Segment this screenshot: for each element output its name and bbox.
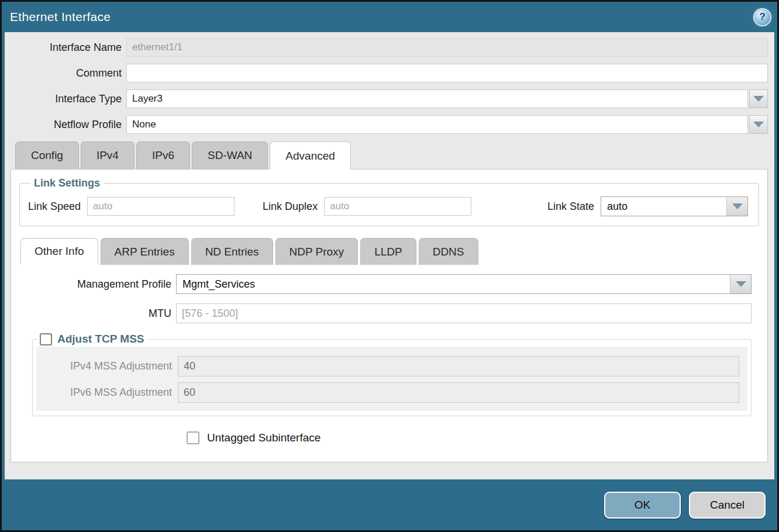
tab-label: LLDP — [374, 246, 402, 258]
chevron-down-icon — [736, 281, 746, 287]
tab-ipv4[interactable]: IPv4 — [81, 141, 135, 169]
netflow-profile-label: Netflow Profile — [11, 119, 122, 131]
comment-label: Comment — [11, 67, 122, 80]
untagged-subinterface-row: Untagged Subinterface — [187, 431, 759, 444]
interface-type-label: Interface Type — [11, 93, 122, 105]
main-tabs: Config IPv4 IPv6 SD-WAN Advanced — [11, 141, 768, 170]
link-settings-group: Link Settings Link Speed Link Duplex Lin… — [19, 177, 759, 226]
tab-sdwan[interactable]: SD-WAN — [192, 141, 268, 169]
tab-label: DDNS — [433, 246, 464, 258]
tab-lldp[interactable]: LLDP — [360, 238, 416, 265]
management-profile-dropdown[interactable] — [176, 274, 752, 294]
mtu-label: MTU — [19, 308, 171, 320]
link-speed-label: Link Speed — [28, 201, 81, 213]
tab-label: IPv4 — [96, 149, 119, 162]
adjust-tcp-mss-legend: Adjust TCP MSS — [37, 333, 147, 346]
interface-name-label: Interface Name — [11, 42, 122, 54]
management-profile-dropdown-button[interactable] — [730, 275, 751, 293]
link-duplex-input[interactable] — [324, 197, 471, 216]
management-profile-value[interactable] — [177, 275, 730, 293]
interface-type-dropdown-button[interactable] — [749, 89, 768, 108]
netflow-profile-dropdown-button[interactable] — [749, 115, 768, 134]
interface-name-row: Interface Name — [11, 38, 768, 57]
untagged-subinterface-label: Untagged Subinterface — [207, 431, 320, 444]
management-profile-label: Management Profile — [19, 278, 171, 291]
chevron-down-icon — [753, 96, 764, 102]
chevron-down-icon — [753, 122, 764, 127]
link-settings-legend: Link Settings — [30, 177, 104, 189]
netflow-profile-dropdown[interactable] — [126, 115, 768, 134]
tab-label: Config — [31, 149, 63, 162]
tab-ddns[interactable]: DDNS — [419, 238, 478, 265]
link-settings-row: Link Speed Link Duplex Link State — [28, 196, 750, 216]
ipv6-mss-input — [178, 382, 739, 403]
link-duplex-label: Link Duplex — [263, 201, 318, 213]
ipv6-mss-label: IPv6 MSS Adjustment — [36, 386, 172, 399]
untagged-subinterface-checkbox[interactable] — [187, 431, 199, 444]
interface-type-dropdown[interactable] — [126, 89, 768, 108]
tab-label: ND Entries — [205, 246, 259, 258]
help-icon[interactable]: ? — [754, 9, 770, 25]
link-speed-group: Link Speed — [28, 197, 235, 216]
ipv4-mss-row: IPv4 MSS Adjustment — [36, 356, 739, 376]
link-state-dropdown-button[interactable] — [726, 197, 747, 216]
interface-type-row: Interface Type — [11, 89, 768, 108]
tab-nd-entries[interactable]: ND Entries — [191, 238, 273, 265]
interface-type-value[interactable] — [126, 89, 748, 108]
interface-name-input — [126, 38, 768, 57]
tab-ipv6[interactable]: IPv6 — [136, 141, 190, 169]
ipv4-mss-label: IPv4 MSS Adjustment — [36, 360, 172, 372]
link-state-group: Link State — [547, 196, 748, 216]
tab-label: ARP Entries — [115, 246, 175, 258]
ok-button[interactable]: OK — [604, 492, 681, 519]
tab-other-info[interactable]: Other Info — [20, 238, 98, 265]
link-duplex-group: Link Duplex — [263, 197, 471, 216]
adjust-tcp-mss-group: Adjust TCP MSS IPv4 MSS Adjustment IPv6 … — [32, 333, 752, 416]
tab-config[interactable]: Config — [15, 141, 79, 169]
tab-label: NDP Proxy — [289, 246, 344, 258]
netflow-profile-value[interactable] — [126, 115, 748, 134]
mtu-input[interactable] — [176, 303, 752, 323]
cancel-button[interactable]: Cancel — [689, 492, 766, 519]
tab-label: Other Info — [35, 245, 84, 258]
comment-row: Comment — [11, 64, 768, 82]
adjust-tcp-mss-checkbox[interactable] — [40, 333, 52, 346]
mss-disabled-panel: IPv4 MSS Adjustment IPv6 MSS Adjustment — [36, 347, 747, 411]
management-profile-row: Management Profile — [19, 274, 759, 294]
advanced-tab-panel: Link Settings Link Speed Link Duplex Lin… — [11, 169, 768, 462]
ipv6-mss-row: IPv6 MSS Adjustment — [36, 382, 739, 403]
tab-advanced[interactable]: Advanced — [270, 141, 351, 170]
adjust-tcp-mss-title: Adjust TCP MSS — [57, 333, 144, 346]
titlebar: Ethernet Interface ? — [2, 2, 777, 32]
dialog-title: Ethernet Interface — [10, 10, 111, 24]
link-state-value[interactable] — [601, 197, 726, 216]
tab-ndp-proxy[interactable]: NDP Proxy — [275, 238, 359, 265]
link-speed-input[interactable] — [87, 197, 235, 216]
dialog-footer: OK Cancel — [2, 479, 777, 530]
mtu-row: MTU — [19, 303, 759, 323]
link-state-label: Link State — [547, 201, 594, 213]
ipv4-mss-input — [178, 356, 739, 376]
ethernet-interface-dialog: Ethernet Interface ? Interface Name Comm… — [0, 0, 779, 532]
inner-tabs: Other Info ARP Entries ND Entries NDP Pr… — [19, 238, 759, 265]
dialog-content: Interface Name Comment Interface Type Ne… — [5, 32, 774, 479]
tab-label: SD-WAN — [208, 149, 252, 162]
tab-label: Advanced — [285, 150, 335, 163]
link-state-dropdown[interactable] — [601, 196, 748, 216]
tab-label: IPv6 — [152, 149, 174, 162]
chevron-down-icon — [732, 203, 743, 209]
tab-arp-entries[interactable]: ARP Entries — [101, 238, 189, 265]
netflow-profile-row: Netflow Profile — [11, 115, 768, 134]
comment-input[interactable] — [126, 64, 768, 82]
